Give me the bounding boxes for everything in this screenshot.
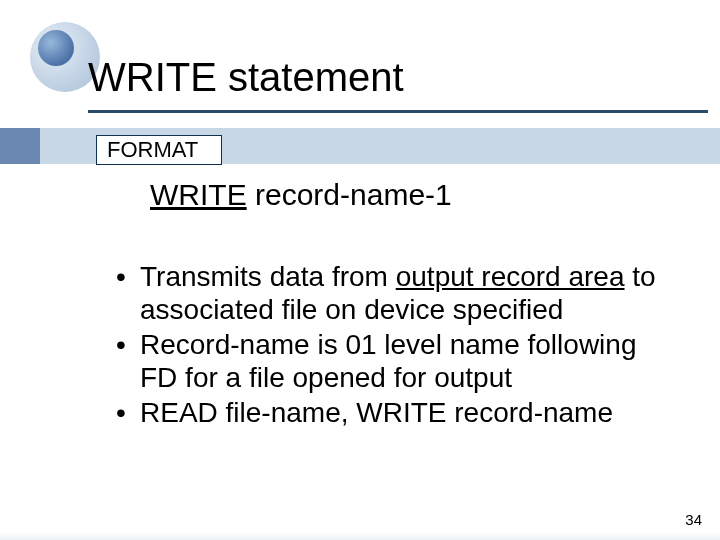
bullet-text-pre: Transmits data from bbox=[140, 261, 396, 292]
header-band-accent bbox=[0, 128, 40, 164]
list-item: Transmits data from output record area t… bbox=[116, 260, 680, 326]
bullet-text-pre: READ file-name, WRITE record-name bbox=[140, 397, 613, 428]
format-label: FORMAT bbox=[107, 137, 198, 163]
format-label-box: FORMAT bbox=[96, 135, 222, 165]
list-item: Record-name is 01 level name following F… bbox=[116, 328, 680, 394]
page-number: 34 bbox=[685, 511, 702, 528]
syntax-rest: record-name-1 bbox=[247, 178, 452, 211]
slide: WRITE statement FORMAT WRITE record-name… bbox=[0, 0, 720, 540]
bullet-list: Transmits data from output record area t… bbox=[116, 260, 680, 431]
list-item: READ file-name, WRITE record-name bbox=[116, 396, 680, 429]
footer-gradient bbox=[0, 532, 720, 540]
bullet-text-pre: Record-name is 01 level name following F… bbox=[140, 329, 636, 393]
title-underline bbox=[88, 110, 708, 113]
bullet-text-underline: output record area bbox=[396, 261, 625, 292]
syntax-line: WRITE record-name-1 bbox=[150, 178, 452, 212]
slide-title: WRITE statement bbox=[88, 55, 404, 100]
syntax-keyword: WRITE bbox=[150, 178, 247, 211]
